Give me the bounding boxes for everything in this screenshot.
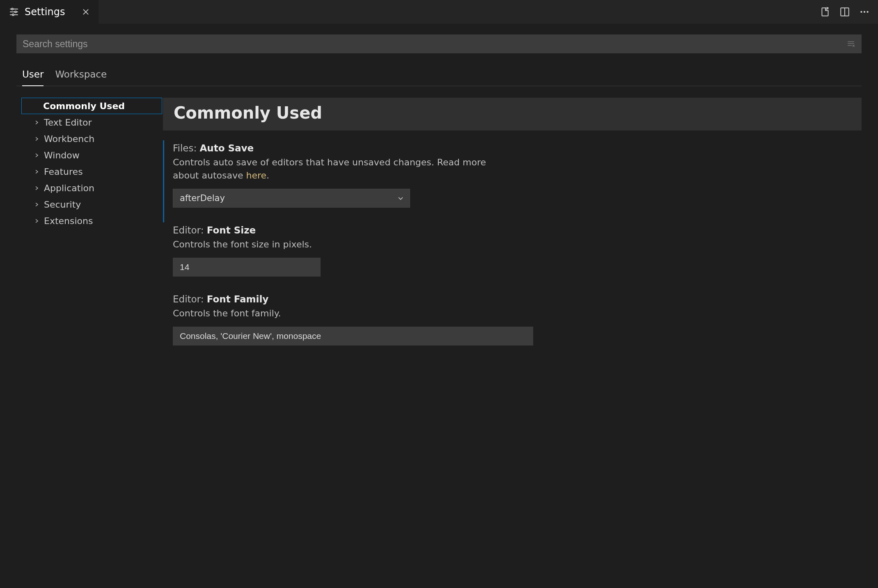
toc-label: Features [44, 167, 83, 177]
tab-settings[interactable]: Settings [0, 0, 99, 24]
chevron-right-icon [33, 153, 40, 158]
chevron-down-icon [397, 195, 404, 201]
setting-title: Editor: Font Size [173, 225, 852, 236]
toc-label: Extensions [44, 216, 93, 226]
chevron-right-icon [33, 169, 40, 174]
more-actions-icon[interactable] [859, 7, 870, 17]
chevron-right-icon [33, 218, 40, 224]
close-icon[interactable] [80, 7, 91, 17]
auto-save-select[interactable]: afterDelay [173, 189, 410, 208]
setting-editor-font-family: Editor: Font Family Controls the font fa… [163, 291, 862, 360]
svg-point-12 [867, 11, 868, 13]
svg-point-5 [12, 14, 14, 16]
toc-item-application[interactable]: Application [21, 180, 162, 196]
svg-point-4 [15, 11, 16, 13]
setting-editor-font-size: Editor: Font Size Controls the font size… [163, 222, 862, 291]
autosave-doc-link[interactable]: here [246, 170, 266, 181]
toc-item-window[interactable]: Window [21, 147, 162, 163]
setting-description: Controls the font size in pixels. [173, 238, 509, 251]
svg-point-10 [860, 11, 862, 13]
setting-files-auto-save: Files: Auto Save Controls auto save of e… [163, 140, 862, 222]
toc-item-workbench[interactable]: Workbench [21, 130, 162, 147]
chevron-right-icon [33, 120, 40, 125]
settings-group-header: Commonly Used [163, 98, 862, 130]
chevron-right-icon [33, 185, 40, 191]
toc-item-extensions[interactable]: Extensions [21, 213, 162, 229]
search-input[interactable] [17, 35, 845, 53]
setting-description: Controls the font family. [173, 307, 509, 320]
font-family-input[interactable] [173, 327, 533, 345]
clear-search-icon[interactable] [845, 38, 857, 50]
toc-label: Workbench [44, 134, 94, 144]
editor-tabs: Settings [0, 0, 878, 24]
scope-tab-workspace[interactable]: Workspace [55, 69, 107, 86]
svg-point-3 [11, 8, 13, 10]
split-editor-icon[interactable] [839, 7, 850, 17]
settings-toc: Commonly Used Text Editor Workbench Wind… [16, 98, 162, 586]
settings-file-icon [9, 7, 19, 17]
toc-label: Window [44, 150, 80, 160]
settings-search[interactable] [16, 34, 862, 53]
toc-item-commonly-used[interactable]: Commonly Used [21, 98, 162, 114]
toc-item-text-editor[interactable]: Text Editor [21, 114, 162, 130]
settings-scope-tabs: User Workspace [16, 69, 862, 86]
toc-item-features[interactable]: Features [21, 163, 162, 180]
settings-list: Commonly Used Files: Auto Save Controls … [162, 98, 862, 586]
setting-description: Controls auto save of editors that have … [173, 156, 509, 182]
chevron-right-icon [33, 136, 40, 142]
select-value: afterDelay [180, 193, 225, 203]
tab-title: Settings [25, 6, 65, 18]
toc-label: Security [44, 199, 81, 210]
toc-item-security[interactable]: Security [21, 196, 162, 213]
editor-actions [820, 0, 878, 24]
font-size-input[interactable] [173, 258, 321, 277]
setting-title: Editor: Font Family [173, 294, 852, 304]
scope-tab-user[interactable]: User [22, 69, 44, 86]
toc-label: Application [44, 183, 94, 193]
setting-title: Files: Auto Save [173, 143, 852, 153]
toc-label: Commonly Used [43, 101, 125, 111]
toc-label: Text Editor [44, 117, 92, 128]
chevron-right-icon [33, 202, 40, 207]
svg-point-11 [864, 11, 865, 13]
open-settings-json-icon[interactable] [820, 7, 830, 17]
